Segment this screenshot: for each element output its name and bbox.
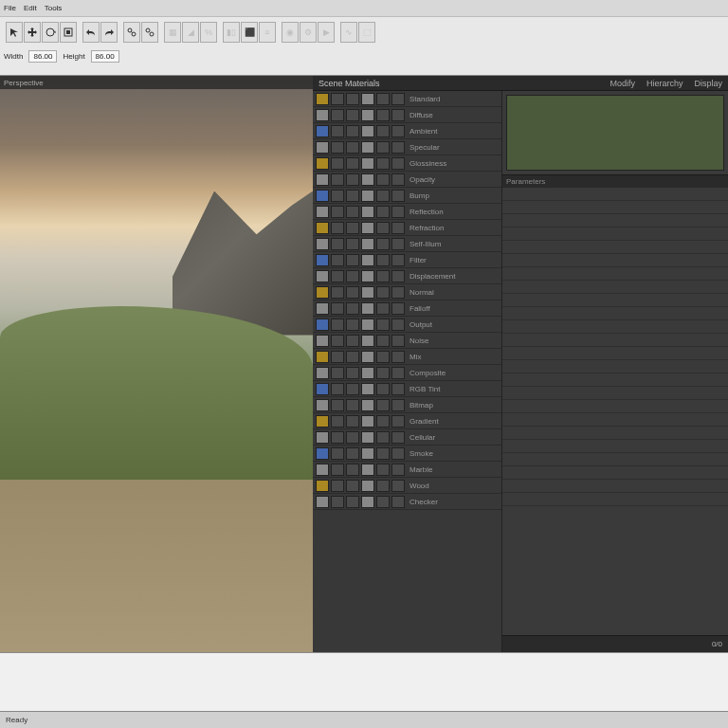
property-row[interactable] [502, 307, 728, 320]
control-toggle-icon[interactable] [361, 480, 374, 492]
control-toggle-icon[interactable] [316, 206, 329, 218]
control-toggle-icon[interactable] [376, 238, 390, 250]
control-toggle-icon[interactable] [316, 302, 329, 315]
control-toggle-icon[interactable] [361, 254, 374, 266]
control-toggle-icon[interactable] [391, 93, 405, 105]
control-toggle-icon[interactable] [361, 351, 374, 363]
control-toggle-icon[interactable] [391, 399, 405, 411]
control-toggle-icon[interactable] [331, 157, 344, 170]
property-row[interactable] [502, 373, 728, 387]
control-toggle-icon[interactable] [331, 206, 344, 218]
control-toggle-icon[interactable] [391, 109, 405, 121]
control-toggle-icon[interactable] [391, 464, 405, 476]
control-toggle-icon[interactable] [331, 238, 344, 250]
control-toggle-icon[interactable] [316, 270, 329, 282]
property-row[interactable] [502, 427, 728, 440]
control-toggle-icon[interactable] [361, 206, 374, 218]
control-toggle-icon[interactable] [316, 141, 329, 154]
control-toggle-icon[interactable] [376, 190, 390, 202]
control-toggle-icon[interactable] [376, 206, 390, 218]
control-toggle-icon[interactable] [376, 222, 390, 234]
control-toggle-icon[interactable] [361, 125, 374, 137]
control-toggle-icon[interactable] [391, 157, 405, 170]
control-row[interactable]: Bump [313, 188, 501, 204]
control-toggle-icon[interactable] [316, 318, 329, 331]
control-toggle-icon[interactable] [391, 173, 405, 186]
control-row[interactable]: Mix [313, 349, 501, 365]
control-toggle-icon[interactable] [346, 383, 359, 395]
control-toggle-icon[interactable] [376, 447, 390, 460]
control-toggle-icon[interactable] [316, 335, 329, 347]
control-toggle-icon[interactable] [346, 190, 359, 202]
control-toggle-icon[interactable] [346, 157, 359, 170]
control-toggle-icon[interactable] [361, 286, 374, 299]
control-toggle-icon[interactable] [391, 431, 405, 444]
tool-percent-snap[interactable]: % [200, 22, 217, 43]
property-row[interactable] [502, 387, 728, 400]
control-toggle-icon[interactable] [316, 480, 329, 492]
control-toggle-icon[interactable] [316, 464, 329, 476]
control-toggle-icon[interactable] [361, 302, 374, 315]
property-row[interactable] [502, 254, 728, 267]
control-row[interactable]: Smoke [313, 446, 501, 462]
control-toggle-icon[interactable] [391, 141, 405, 154]
control-toggle-icon[interactable] [391, 286, 405, 299]
control-row[interactable]: Bitmap [313, 397, 501, 413]
tool-move[interactable] [24, 22, 41, 43]
control-toggle-icon[interactable] [331, 254, 344, 266]
control-toggle-icon[interactable] [376, 496, 390, 508]
control-row[interactable]: Filter [313, 252, 501, 268]
tool-link[interactable] [123, 22, 140, 43]
control-toggle-icon[interactable] [331, 125, 344, 137]
tool-layers[interactable]: ≡ [259, 22, 276, 43]
tool-render[interactable]: ▶ [318, 22, 335, 43]
control-toggle-icon[interactable] [331, 464, 344, 476]
control-toggle-icon[interactable] [376, 286, 390, 299]
property-row[interactable] [502, 334, 728, 347]
control-toggle-icon[interactable] [376, 93, 390, 105]
control-toggle-icon[interactable] [361, 109, 374, 121]
field-height[interactable]: 86.00 [91, 50, 119, 63]
control-toggle-icon[interactable] [331, 270, 344, 282]
control-toggle-icon[interactable] [331, 335, 344, 347]
control-toggle-icon[interactable] [376, 141, 390, 154]
control-toggle-icon[interactable] [391, 206, 405, 218]
control-toggle-icon[interactable] [391, 302, 405, 315]
control-toggle-icon[interactable] [346, 351, 359, 363]
control-row[interactable]: Normal [313, 284, 501, 300]
control-toggle-icon[interactable] [376, 464, 390, 476]
tool-unlink[interactable] [141, 22, 158, 43]
tool-render-setup[interactable]: ⚙ [300, 22, 317, 43]
control-toggle-icon[interactable] [316, 399, 329, 411]
control-toggle-icon[interactable] [346, 109, 359, 121]
viewport-label[interactable]: Perspective [0, 76, 313, 89]
control-row[interactable]: Refraction [313, 220, 501, 236]
tool-angle-snap[interactable]: ◢ [182, 22, 199, 43]
control-toggle-icon[interactable] [346, 141, 359, 154]
control-toggle-icon[interactable] [361, 431, 374, 444]
tool-redo[interactable] [100, 22, 118, 43]
control-toggle-icon[interactable] [376, 383, 390, 395]
property-row[interactable] [502, 228, 728, 241]
menu-item-edit[interactable]: Edit [24, 4, 37, 12]
control-toggle-icon[interactable] [316, 496, 329, 508]
control-row[interactable]: Specular [313, 139, 501, 155]
property-row[interactable] [502, 281, 728, 294]
control-toggle-icon[interactable] [346, 318, 359, 331]
tool-material-editor[interactable]: ◉ [282, 22, 299, 43]
control-toggle-icon[interactable] [346, 270, 359, 282]
control-toggle-icon[interactable] [361, 190, 374, 202]
control-toggle-icon[interactable] [346, 367, 359, 379]
control-toggle-icon[interactable] [376, 351, 390, 363]
control-toggle-icon[interactable] [361, 367, 374, 379]
control-toggle-icon[interactable] [331, 415, 344, 428]
control-toggle-icon[interactable] [331, 447, 344, 460]
control-toggle-icon[interactable] [361, 222, 374, 234]
control-toggle-icon[interactable] [346, 480, 359, 492]
property-row[interactable] [502, 400, 728, 413]
control-toggle-icon[interactable] [376, 399, 390, 411]
control-toggle-icon[interactable] [376, 254, 390, 266]
control-toggle-icon[interactable] [361, 496, 374, 508]
control-toggle-icon[interactable] [316, 222, 329, 234]
control-toggle-icon[interactable] [361, 157, 374, 170]
